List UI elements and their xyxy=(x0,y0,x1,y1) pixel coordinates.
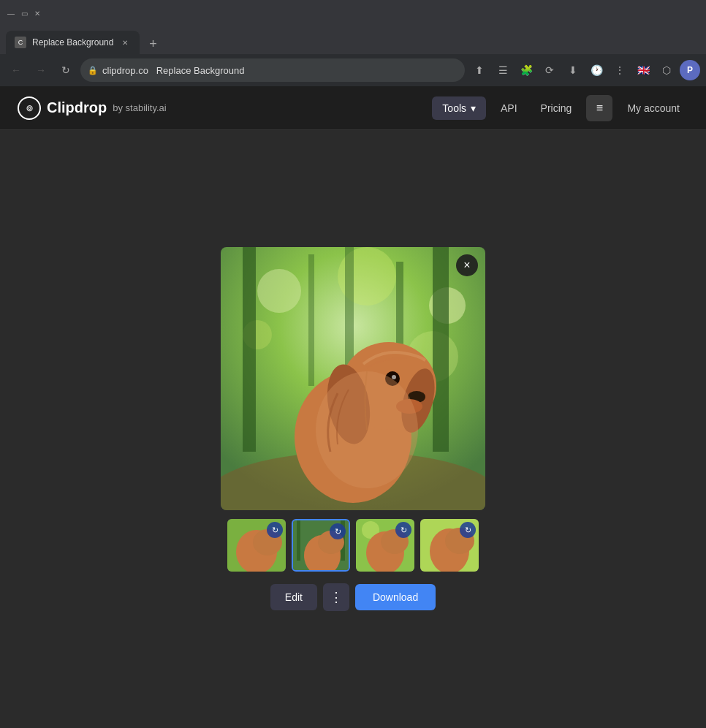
browser-toolbar: ← → ↻ 🔒 clipdrop.co Replace Background ⬆… xyxy=(0,54,706,86)
tools-chevron-icon: ▾ xyxy=(471,102,476,114)
security-lock-icon: 🔒 xyxy=(88,66,98,75)
thumbnails-row: ↻ ↻ xyxy=(227,519,479,572)
thumbnail-1-regenerate-icon: ↻ xyxy=(267,522,283,538)
tools-menu-button[interactable]: Tools ▾ xyxy=(432,96,486,120)
navbar-nav: Tools ▾ API Pricing ≡ My account xyxy=(432,95,688,121)
main-image-container: × xyxy=(221,247,485,510)
browser-title-bar: — ▭ ✕ xyxy=(0,0,706,26)
download-button[interactable]: Download xyxy=(355,584,436,610)
toolbar-actions: ⬆ ☰ 🧩 ⟳ ⬇ 🕐 ⋮ 🇬🇧 ⬡ P xyxy=(469,60,700,80)
svg-rect-9 xyxy=(308,254,314,386)
browser-chrome: — ▭ ✕ C Replace Background ✕ + ← → ↻ 🔒 c… xyxy=(0,0,706,86)
tab-bar: C Replace Background ✕ + xyxy=(0,26,706,54)
bookmark-button[interactable]: ☰ xyxy=(493,60,513,80)
logo-area: ◎ Clipdrop by stability.ai xyxy=(18,96,167,120)
active-tab[interactable]: C Replace Background ✕ xyxy=(6,31,140,54)
thumbnail-4[interactable]: ↻ xyxy=(420,519,479,572)
logo-icon: ◎ xyxy=(18,96,41,120)
svg-point-1 xyxy=(257,269,301,313)
url-path: Replace Background xyxy=(156,65,245,76)
main-image-svg xyxy=(221,247,485,510)
close-button[interactable]: ✕ xyxy=(32,8,42,18)
settings-button[interactable]: ⋮ xyxy=(610,60,630,80)
browser-window-controls: — ▭ ✕ xyxy=(6,8,42,18)
profile-button[interactable]: P xyxy=(680,60,700,80)
tab-favicon: C xyxy=(15,37,26,48)
sync-icon[interactable]: ⟳ xyxy=(539,60,560,80)
flag-icon[interactable]: 🇬🇧 xyxy=(633,60,653,80)
share-button[interactable]: ⬆ xyxy=(469,60,490,80)
back-button[interactable]: ← xyxy=(6,60,26,80)
app-content: ◎ Clipdrop by stability.ai Tools ▾ API P… xyxy=(0,86,706,728)
forward-button[interactable]: → xyxy=(31,60,51,80)
url-display: clipdrop.co Replace Background xyxy=(102,65,458,76)
tools-label: Tools xyxy=(442,102,466,114)
downloads-button[interactable]: ⬇ xyxy=(563,60,583,80)
nav-icon-button[interactable]: ≡ xyxy=(586,95,612,121)
edit-button[interactable]: Edit xyxy=(270,584,317,610)
tab-close-button[interactable]: ✕ xyxy=(119,37,131,48)
svg-point-17 xyxy=(392,375,396,379)
address-bar[interactable]: 🔒 clipdrop.co Replace Background xyxy=(80,58,465,82)
more-options-button[interactable]: ⋮ xyxy=(323,583,349,611)
thumbnail-4-regenerate-icon: ↻ xyxy=(460,522,476,538)
navbar: ◎ Clipdrop by stability.ai Tools ▾ API P… xyxy=(0,86,706,130)
thumbnail-3[interactable]: ↻ xyxy=(356,519,414,572)
image-viewer: × ↻ xyxy=(221,247,485,611)
history-button[interactable]: 🕐 xyxy=(586,60,607,80)
extensions-bar-button[interactable]: ⬡ xyxy=(656,60,677,80)
thumbnail-3-regenerate-icon: ↻ xyxy=(395,522,411,538)
svg-rect-6 xyxy=(243,247,256,452)
logo-subtitle: by stability.ai xyxy=(113,102,166,113)
logo-name: Clipdrop xyxy=(47,99,107,116)
pricing-link[interactable]: Pricing xyxy=(532,96,581,120)
thumbnail-1[interactable]: ↻ xyxy=(227,519,286,572)
url-domain: clipdrop.co xyxy=(102,65,148,76)
reload-button[interactable]: ↻ xyxy=(56,60,76,80)
tab-title: Replace Background xyxy=(32,37,113,48)
thumbnail-2-regenerate-icon: ↻ xyxy=(330,523,346,539)
thumbnail-2[interactable]: ↻ xyxy=(292,519,350,572)
action-row: Edit ⋮ Download xyxy=(270,583,436,611)
main-area: × ↻ xyxy=(0,130,706,728)
api-link[interactable]: API xyxy=(492,96,526,120)
maximize-button[interactable]: ▭ xyxy=(19,8,29,18)
extensions-button[interactable]: 🧩 xyxy=(516,60,536,80)
svg-rect-7 xyxy=(433,247,449,452)
close-icon: × xyxy=(463,259,470,272)
close-image-button[interactable]: × xyxy=(456,254,478,276)
new-tab-button[interactable]: + xyxy=(143,34,163,54)
minimize-button[interactable]: — xyxy=(6,8,16,18)
svg-rect-25 xyxy=(297,520,300,561)
account-link[interactable]: My account xyxy=(618,96,688,120)
